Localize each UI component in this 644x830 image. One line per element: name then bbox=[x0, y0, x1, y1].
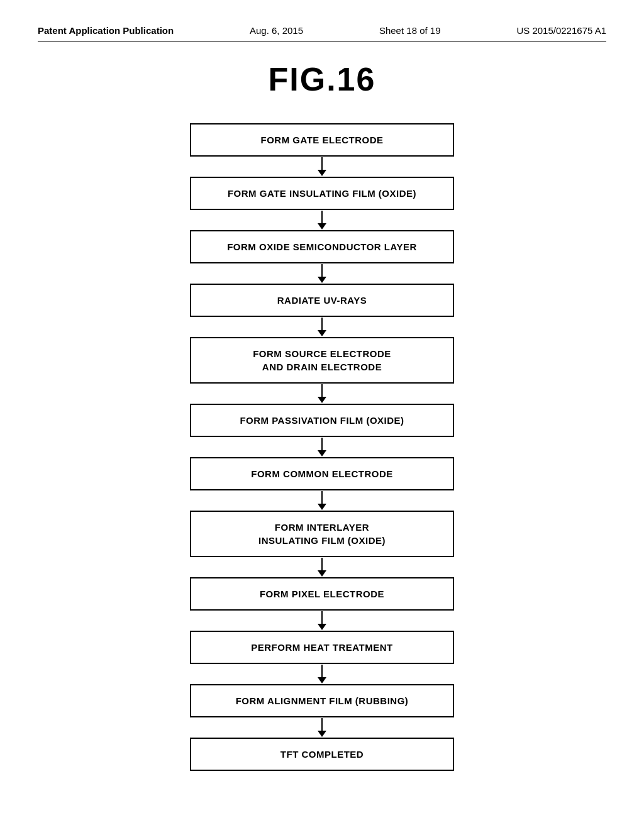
flow-step-7: FORM COMMON ELECTRODE bbox=[190, 457, 454, 490]
arrow-head bbox=[318, 624, 326, 630]
flow-arrow-2 bbox=[318, 210, 326, 230]
flow-arrow-8 bbox=[318, 557, 326, 577]
flow-arrow-4 bbox=[318, 317, 326, 337]
flow-step-4: RADIATE UV-RAYS bbox=[190, 284, 454, 317]
arrow-head bbox=[318, 450, 326, 456]
date-label: Aug. 6, 2015 bbox=[250, 25, 303, 36]
arrow-line bbox=[321, 157, 323, 170]
flow-step-12: TFT COMPLETED bbox=[190, 738, 454, 771]
arrow-head bbox=[318, 570, 326, 577]
arrow-line bbox=[321, 384, 323, 397]
arrow-head bbox=[318, 504, 326, 510]
flow-step-11: FORM ALIGNMENT FILM (RUBBING) bbox=[190, 684, 454, 717]
arrow-line bbox=[321, 611, 323, 624]
flow-step-2: FORM GATE INSULATING FILM (OXIDE) bbox=[190, 177, 454, 210]
arrow-line bbox=[321, 665, 323, 677]
flow-step-10: PERFORM HEAT TREATMENT bbox=[190, 631, 454, 664]
flow-arrow-5 bbox=[318, 384, 326, 404]
figure-title: FIG.16 bbox=[38, 60, 606, 98]
flow-step-8: FORM INTERLAYERINSULATING FILM (OXIDE) bbox=[190, 511, 454, 557]
arrow-line bbox=[321, 318, 323, 330]
flow-arrow-9 bbox=[318, 611, 326, 631]
flow-arrow-3 bbox=[318, 263, 326, 284]
arrow-head bbox=[318, 677, 326, 683]
flow-arrow-10 bbox=[318, 664, 326, 684]
flowchart: FORM GATE ELECTRODEFORM GATE INSULATING … bbox=[38, 123, 606, 771]
arrow-head bbox=[318, 330, 326, 336]
arrow-line bbox=[321, 211, 323, 223]
flow-step-3: FORM OXIDE SEMICONDUCTOR LAYER bbox=[190, 230, 454, 263]
arrow-head bbox=[318, 277, 326, 283]
flow-arrow-6 bbox=[318, 437, 326, 457]
arrow-line bbox=[321, 438, 323, 450]
sheet-label: Sheet 18 of 19 bbox=[379, 25, 441, 36]
flow-arrow-11 bbox=[318, 717, 326, 738]
arrow-line bbox=[321, 264, 323, 277]
page: Patent Application Publication Aug. 6, 2… bbox=[0, 0, 644, 830]
flow-step-1: FORM GATE ELECTRODE bbox=[190, 123, 454, 157]
arrow-head bbox=[318, 170, 326, 176]
arrow-head bbox=[318, 397, 326, 403]
flow-step-9: FORM PIXEL ELECTRODE bbox=[190, 577, 454, 611]
flow-step-6: FORM PASSIVATION FILM (OXIDE) bbox=[190, 404, 454, 437]
flow-step-5: FORM SOURCE ELECTRODEAND DRAIN ELECTRODE bbox=[190, 337, 454, 384]
flow-arrow-1 bbox=[318, 157, 326, 177]
arrow-head bbox=[318, 731, 326, 737]
publication-label: Patent Application Publication bbox=[38, 25, 174, 36]
arrow-line bbox=[321, 491, 323, 504]
arrow-line bbox=[321, 718, 323, 731]
patent-number-label: US 2015/0221675 A1 bbox=[516, 25, 606, 36]
flow-arrow-7 bbox=[318, 490, 326, 511]
page-header: Patent Application Publication Aug. 6, 2… bbox=[38, 25, 606, 42]
arrow-line bbox=[321, 558, 323, 570]
arrow-head bbox=[318, 223, 326, 230]
